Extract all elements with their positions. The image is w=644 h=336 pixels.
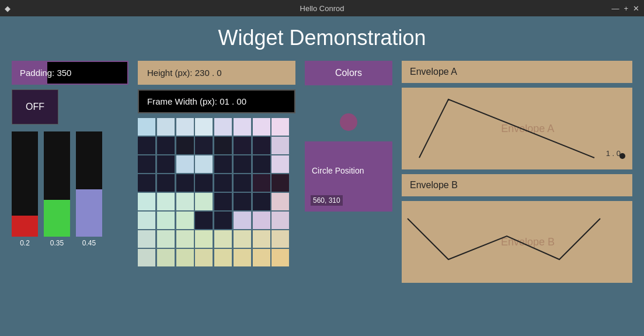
color-cell-38[interactable] xyxy=(253,193,270,210)
color-cell-59[interactable] xyxy=(195,249,213,266)
color-cell-50[interactable] xyxy=(176,230,194,248)
padding-display: Padding: 350 xyxy=(12,61,128,85)
maximize-button[interactable]: + xyxy=(624,4,628,13)
color-cell-46[interactable] xyxy=(253,212,270,229)
color-cell-3[interactable] xyxy=(195,118,213,136)
color-cell-7[interactable] xyxy=(271,118,289,136)
color-cell-44[interactable] xyxy=(214,212,232,229)
colors-column: Colors Circle Position 560, 310 xyxy=(305,61,392,212)
color-cell-17[interactable] xyxy=(157,155,175,173)
slider-purple: 0.45 xyxy=(76,131,102,247)
widgets-row: Padding: 350 OFF 0.2 0.35 xyxy=(12,61,632,283)
color-cell-58[interactable] xyxy=(176,249,194,266)
slider-label-purple: 0.45 xyxy=(82,239,96,247)
close-button[interactable]: ✕ xyxy=(633,4,639,13)
color-cell-33[interactable] xyxy=(157,193,175,210)
color-cell-36[interactable] xyxy=(214,193,232,210)
colors-button[interactable]: Colors xyxy=(305,61,392,85)
color-cell-39[interactable] xyxy=(271,193,289,210)
color-cell-52[interactable] xyxy=(214,230,232,248)
color-cell-9[interactable] xyxy=(157,137,175,154)
color-cell-54[interactable] xyxy=(253,230,270,248)
window-icon: ◆ xyxy=(5,4,11,13)
circle-dot xyxy=(340,113,357,131)
title-bar-text: Hello Conrod xyxy=(300,4,344,13)
slider-label-red: 0.2 xyxy=(20,239,30,247)
slider-track-purple[interactable] xyxy=(76,131,102,237)
color-cell-27[interactable] xyxy=(195,174,213,192)
slider-track-green[interactable] xyxy=(44,131,70,237)
color-cell-4[interactable] xyxy=(214,118,232,136)
title-bar: ◆ Hello Conrod — + ✕ xyxy=(0,0,644,16)
color-cell-19[interactable] xyxy=(195,155,213,173)
envelope-a-canvas: Envelope A 1 . 0 xyxy=(402,88,632,169)
color-cell-28[interactable] xyxy=(214,174,232,192)
color-cell-6[interactable] xyxy=(253,118,270,136)
color-cell-57[interactable] xyxy=(157,249,175,266)
color-cell-12[interactable] xyxy=(214,137,232,154)
color-cell-55[interactable] xyxy=(271,230,289,248)
color-cell-48[interactable] xyxy=(138,230,155,248)
color-cell-47[interactable] xyxy=(271,212,289,229)
color-cell-40[interactable] xyxy=(138,212,155,229)
color-cell-18[interactable] xyxy=(176,155,194,173)
color-cell-34[interactable] xyxy=(176,193,194,210)
color-cell-30[interactable] xyxy=(253,174,270,192)
color-cell-45[interactable] xyxy=(234,212,251,229)
color-cell-0[interactable] xyxy=(138,118,155,136)
color-cell-26[interactable] xyxy=(176,174,194,192)
color-grid xyxy=(138,118,290,266)
color-cell-11[interactable] xyxy=(195,137,213,154)
color-cell-51[interactable] xyxy=(195,230,213,248)
color-cell-25[interactable] xyxy=(157,174,175,192)
color-cell-23[interactable] xyxy=(271,155,289,173)
color-cell-16[interactable] xyxy=(138,155,155,173)
color-cell-10[interactable] xyxy=(176,137,194,154)
envelope-b-svg xyxy=(402,201,632,283)
color-cell-60[interactable] xyxy=(214,249,232,266)
color-cell-13[interactable] xyxy=(234,137,251,154)
sliders-row: 0.2 0.35 0.45 xyxy=(12,131,128,247)
envelope-b-canvas: Envelope B xyxy=(402,201,632,283)
circle-position-box: Circle Position 560, 310 xyxy=(305,141,392,212)
color-cell-29[interactable] xyxy=(234,174,251,192)
color-cell-14[interactable] xyxy=(253,137,270,154)
color-cell-35[interactable] xyxy=(195,193,213,210)
color-cell-53[interactable] xyxy=(234,230,251,248)
slider-fill-green xyxy=(44,200,70,237)
slider-label-green: 0.35 xyxy=(50,239,64,247)
slider-fill-purple xyxy=(76,189,102,237)
color-cell-24[interactable] xyxy=(138,174,155,192)
padding-label: Padding: 350 xyxy=(20,68,71,78)
color-cell-22[interactable] xyxy=(253,155,270,173)
color-cell-20[interactable] xyxy=(214,155,232,173)
color-cell-49[interactable] xyxy=(157,230,175,248)
circle-position-label: Circle Position xyxy=(312,166,364,175)
color-cell-32[interactable] xyxy=(138,193,155,210)
color-cell-61[interactable] xyxy=(234,249,251,266)
color-cell-62[interactable] xyxy=(253,249,270,266)
color-cell-56[interactable] xyxy=(138,249,155,266)
color-cell-31[interactable] xyxy=(271,174,289,192)
app-title: Widget Demonstration xyxy=(12,26,632,50)
slider-track-red[interactable] xyxy=(12,131,38,237)
circle-position-value: 560, 310 xyxy=(311,195,343,206)
color-cell-1[interactable] xyxy=(157,118,175,136)
slider-fill-red xyxy=(12,216,38,237)
color-cell-5[interactable] xyxy=(234,118,251,136)
color-cell-43[interactable] xyxy=(195,212,213,229)
color-cell-41[interactable] xyxy=(157,212,175,229)
color-cell-8[interactable] xyxy=(138,137,155,154)
envelope-a-svg xyxy=(402,88,632,169)
envelope-a-dot xyxy=(619,153,625,159)
color-cell-21[interactable] xyxy=(234,155,251,173)
color-cell-2[interactable] xyxy=(176,118,194,136)
color-cell-15[interactable] xyxy=(271,137,289,154)
off-button[interactable]: OFF xyxy=(12,89,58,124)
minimize-button[interactable]: — xyxy=(611,4,619,13)
color-cell-42[interactable] xyxy=(176,212,194,229)
envelope-b-label: Envelope B xyxy=(402,174,632,196)
color-cell-37[interactable] xyxy=(234,193,251,210)
color-cell-63[interactable] xyxy=(271,249,289,266)
slider-red: 0.2 xyxy=(12,131,38,247)
